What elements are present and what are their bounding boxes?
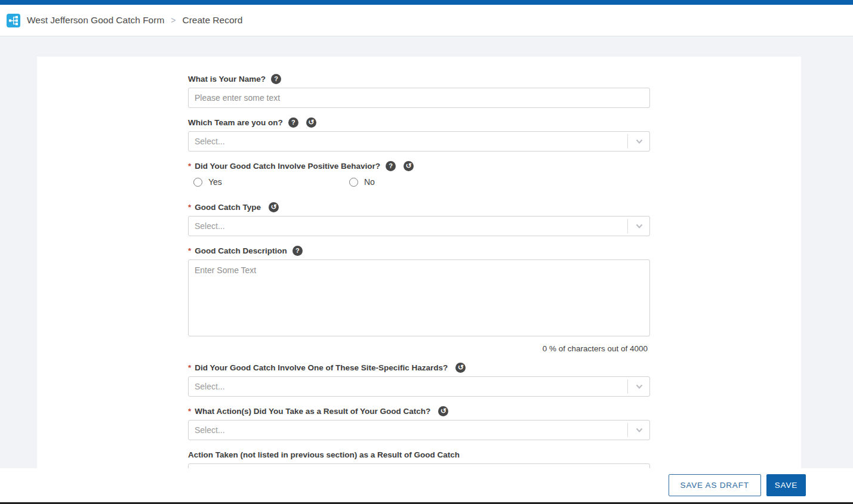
refresh-icon[interactable]: ↺ <box>269 202 279 212</box>
refresh-icon[interactable]: ↺ <box>438 406 448 416</box>
required-marker: * <box>188 246 191 256</box>
action-footer: SAVE AS DRAFT SAVE <box>0 468 853 502</box>
good-catch-type-select[interactable]: Select... <box>188 216 650 236</box>
field-description: * Good Catch Description ? 0 % of charac… <box>188 246 650 353</box>
help-icon[interactable]: ? <box>271 74 281 84</box>
breadcrumb-header: West Jefferson Good Catch Form > Create … <box>0 5 853 36</box>
breadcrumb-create-record: Create Record <box>183 15 243 26</box>
save-as-draft-button[interactable]: SAVE AS DRAFT <box>669 474 761 496</box>
form-app-icon[interactable] <box>7 14 20 27</box>
refresh-icon[interactable]: ↺ <box>404 161 414 171</box>
field-positive-behavior-label: Did Your Good Catch Involve Positive Beh… <box>195 161 380 171</box>
refresh-icon[interactable]: ↺ <box>306 118 316 128</box>
description-textarea[interactable] <box>188 259 650 336</box>
field-name-label: What is Your Name? <box>188 74 266 84</box>
required-marker: * <box>188 161 191 171</box>
field-site-hazards: * Did Your Good Catch Involve One of The… <box>188 363 650 397</box>
actions-taken-select[interactable]: Select... <box>188 420 650 440</box>
site-hazards-select[interactable]: Select... <box>188 376 650 397</box>
field-good-catch-type: * Good Catch Type ↺ Select... <box>188 202 650 236</box>
top-accent-bar <box>0 0 853 5</box>
name-input[interactable] <box>188 88 650 108</box>
help-icon[interactable]: ? <box>292 246 303 256</box>
form-card: What is Your Name? ? Which Team are you … <box>37 57 801 504</box>
chevron-down-icon <box>635 425 644 435</box>
field-action-taken-other-label: Action Taken (not listed in previous sec… <box>188 450 460 460</box>
field-site-hazards-label: Did Your Good Catch Involve One of These… <box>195 363 448 373</box>
refresh-icon[interactable]: ↺ <box>455 363 466 373</box>
breadcrumb-form-name[interactable]: West Jefferson Good Catch Form <box>27 15 164 26</box>
field-actions-taken-label: What Action(s) Did You Take as a Result … <box>195 406 430 416</box>
field-team: Which Team are you on? ? ↺ Select... <box>188 118 650 151</box>
radio-option-no[interactable]: No <box>349 177 650 187</box>
field-team-label: Which Team are you on? <box>188 118 283 128</box>
hierarchy-icon <box>8 16 19 26</box>
team-select[interactable]: Select... <box>188 131 650 151</box>
field-positive-behavior: * Did Your Good Catch Involve Positive B… <box>188 161 650 187</box>
field-good-catch-type-label: Good Catch Type <box>195 202 261 212</box>
chevron-down-icon <box>635 137 644 146</box>
field-description-label: Good Catch Description <box>195 246 287 256</box>
required-marker: * <box>188 363 191 373</box>
required-marker: * <box>188 202 191 212</box>
breadcrumb-separator-icon: > <box>171 16 175 25</box>
help-icon[interactable]: ? <box>386 161 396 171</box>
help-icon[interactable]: ? <box>288 118 298 128</box>
character-counter: 0 % of characters out of 4000 <box>188 344 650 353</box>
radio-option-yes[interactable]: Yes <box>193 177 349 187</box>
field-name: What is Your Name? ? <box>188 74 650 108</box>
radio-button-icon[interactable] <box>193 178 202 187</box>
radio-button-icon[interactable] <box>349 178 358 187</box>
save-button[interactable]: SAVE <box>766 474 806 496</box>
field-actions-taken: * What Action(s) Did You Take as a Resul… <box>188 406 650 440</box>
chevron-down-icon <box>635 221 644 231</box>
required-marker: * <box>188 406 191 416</box>
chevron-down-icon <box>635 382 644 391</box>
